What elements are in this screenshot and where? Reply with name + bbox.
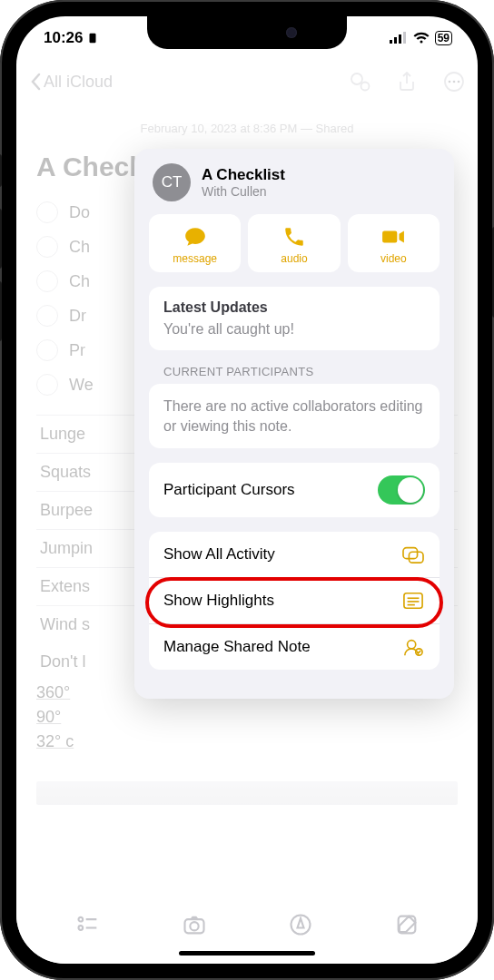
status-time: 10:26	[44, 29, 83, 47]
wifi-icon	[413, 32, 430, 44]
show-activity-label: Show All Activity	[163, 545, 275, 564]
checkbox-icon[interactable]	[36, 236, 58, 258]
message-label: message	[173, 252, 217, 265]
popover-subtitle: With Cullen	[202, 184, 285, 199]
svg-rect-2	[394, 37, 397, 44]
svg-point-10	[458, 81, 460, 83]
message-button[interactable]: message	[149, 214, 241, 272]
volume-up-button	[0, 209, 2, 269]
svg-point-19	[78, 917, 83, 922]
checklist-text: Dr	[69, 307, 86, 326]
message-icon	[183, 225, 207, 249]
iphone-frame: 10:26 59 All iCloud	[0, 0, 494, 980]
participants-body: There are no active collaborators editin…	[163, 397, 425, 436]
svg-rect-4	[403, 32, 406, 44]
compose-icon[interactable]	[394, 912, 420, 937]
show-activity-row[interactable]: Show All Activity	[149, 532, 440, 577]
audio-label: audio	[281, 252, 307, 265]
svg-rect-0	[90, 34, 96, 44]
markup-icon[interactable]	[288, 912, 313, 937]
latest-updates-card: Latest Updates You're all caught up!	[149, 287, 440, 350]
participants-card: There are no active collaborators editin…	[149, 384, 440, 448]
home-indicator[interactable]	[179, 951, 315, 956]
latest-updates-heading: Latest Updates	[163, 299, 425, 316]
collaboration-popover: CT A Checklist With Cullen message audio	[134, 149, 454, 699]
activity-icon	[401, 544, 425, 564]
svg-rect-1	[390, 40, 392, 44]
show-highlights-label: Show Highlights	[163, 592, 274, 610]
collaborate-icon[interactable]	[349, 71, 370, 93]
svg-point-9	[453, 81, 456, 83]
note-line[interactable]: 90°	[36, 705, 458, 730]
svg-point-21	[78, 926, 83, 930]
highlights-icon	[401, 591, 425, 611]
svg-point-6	[361, 83, 370, 91]
contact-actions: message audio video	[149, 214, 440, 272]
video-icon	[381, 225, 405, 249]
privacy-indicator-icon	[86, 32, 99, 44]
checkbox-icon[interactable]	[36, 339, 58, 361]
popover-title: A Checklist	[202, 166, 285, 184]
checklist-text: Ch	[69, 272, 90, 291]
checkbox-icon[interactable]	[36, 270, 58, 292]
popover-header: CT A Checklist With Cullen	[149, 163, 440, 201]
note-line[interactable]: 32° c	[36, 730, 458, 754]
share-icon[interactable]	[396, 71, 418, 93]
svg-rect-13	[404, 593, 422, 609]
activity-card: Show All Activity Show Highlights Manage…	[149, 532, 440, 670]
checklist-text: Pr	[69, 341, 85, 360]
video-button[interactable]: video	[348, 214, 440, 272]
manage-shared-row[interactable]: Manage Shared Note	[149, 623, 440, 670]
navigation-bar: All iCloud	[16, 60, 478, 103]
svg-point-8	[449, 81, 451, 83]
checklist-text: We	[69, 376, 94, 395]
svg-rect-3	[399, 34, 401, 44]
mute-switch	[0, 154, 2, 187]
video-label: video	[380, 252, 407, 265]
svg-point-24	[190, 922, 198, 930]
participant-cursors-toggle[interactable]	[378, 475, 425, 505]
participant-cursors-row[interactable]: Participant Cursors	[149, 463, 440, 517]
participants-section-label: CURRENT PARTICIPANTS	[149, 365, 440, 384]
checkbox-icon[interactable]	[36, 305, 58, 327]
avatar: CT	[153, 163, 191, 201]
participant-cursors-label: Participant Cursors	[163, 481, 295, 499]
svg-point-17	[408, 641, 416, 649]
show-highlights-row[interactable]: Show Highlights	[149, 577, 440, 623]
checklist-text: Do	[69, 203, 90, 222]
back-label: All iCloud	[44, 73, 113, 92]
checklist-icon[interactable]	[75, 912, 101, 937]
svg-point-5	[351, 74, 362, 84]
audio-button[interactable]: audio	[248, 214, 340, 272]
checkbox-icon[interactable]	[36, 374, 58, 396]
battery-indicator: 59	[435, 31, 452, 45]
back-button[interactable]: All iCloud	[29, 73, 113, 92]
cursors-card: Participant Cursors	[149, 463, 440, 517]
checklist-text: Ch	[69, 238, 90, 257]
attachment-placeholder	[36, 781, 458, 805]
chevron-left-icon	[29, 73, 42, 91]
notch	[147, 16, 347, 49]
note-meta: February 10, 2023 at 8:36 PM — Shared	[36, 122, 458, 135]
cellular-icon	[390, 32, 408, 44]
screen: 10:26 59 All iCloud	[16, 16, 478, 964]
manage-icon	[401, 637, 425, 657]
camera-icon[interactable]	[182, 912, 207, 937]
latest-updates-body: You're all caught up!	[163, 321, 425, 338]
more-icon[interactable]	[443, 71, 465, 93]
volume-down-button	[0, 281, 2, 341]
manage-shared-label: Manage Shared Note	[163, 638, 311, 656]
phone-icon	[282, 225, 306, 249]
checkbox-icon[interactable]	[36, 201, 58, 223]
